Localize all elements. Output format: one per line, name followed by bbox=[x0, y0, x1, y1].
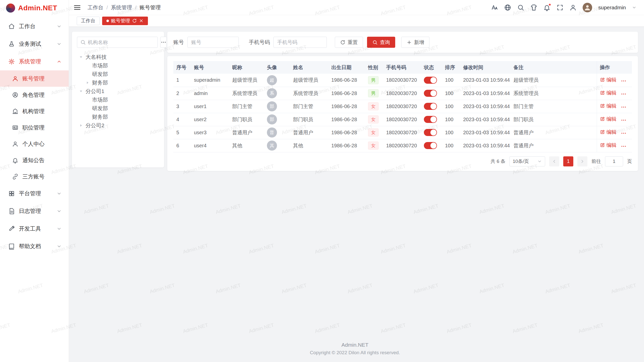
status-toggle[interactable] bbox=[424, 129, 437, 136]
org-search-field bbox=[77, 37, 158, 48]
sidebar-item-devtools[interactable]: 开发工具 bbox=[0, 220, 69, 238]
search-button[interactable]: 查询 bbox=[367, 37, 395, 48]
status-toggle[interactable] bbox=[424, 103, 437, 110]
search-icon[interactable] bbox=[517, 4, 524, 11]
cell-gender: 男 bbox=[365, 87, 383, 100]
profile-icon[interactable] bbox=[570, 4, 577, 11]
tree-node-label: 分公司1 bbox=[86, 88, 104, 95]
tree-node[interactable]: 大名科技 bbox=[77, 53, 159, 61]
row-more-button[interactable] bbox=[621, 143, 627, 149]
tree-node-label: 研发部 bbox=[92, 71, 108, 78]
edit-button[interactable]: 编辑 bbox=[600, 103, 617, 109]
avatar[interactable] bbox=[583, 3, 592, 12]
cards-row: 大名科技市场部研发部财务部分公司1市场部研发部财务部分公司2 账号 手机号码 重… bbox=[72, 32, 638, 171]
column-header: 备注 bbox=[510, 61, 597, 74]
edit-button[interactable]: 编辑 bbox=[600, 129, 617, 135]
phone-input[interactable] bbox=[273, 37, 327, 48]
account-input[interactable] bbox=[187, 37, 239, 48]
row-more-button[interactable] bbox=[621, 104, 627, 110]
goto-page-input[interactable] bbox=[605, 156, 623, 166]
cell-birth: 1986-06-28 bbox=[328, 74, 365, 87]
edit-button[interactable]: 编辑 bbox=[600, 76, 617, 83]
pagination: 共 6 条 10条/页 1 前 bbox=[173, 156, 632, 166]
sidebar-item-system[interactable]: 系统管理 bbox=[0, 53, 69, 70]
avatar: 部 bbox=[267, 101, 277, 111]
footer-brand: Admin.NET bbox=[72, 342, 638, 348]
sidebar-item-workbench[interactable]: 工作台 bbox=[0, 18, 69, 35]
tree-node[interactable]: 研发部 bbox=[77, 104, 159, 113]
caret-placeholder bbox=[86, 114, 92, 119]
tree-node[interactable]: 市场部 bbox=[77, 61, 159, 70]
edit-icon bbox=[600, 143, 605, 148]
status-toggle[interactable] bbox=[424, 116, 437, 123]
cell-status bbox=[421, 100, 442, 113]
tree-node-label: 市场部 bbox=[92, 62, 108, 69]
tree-node[interactable]: 分公司2 bbox=[77, 121, 159, 130]
username[interactable]: superadmin bbox=[598, 5, 626, 11]
sidebar-item-business-test[interactable]: 业务测试 bbox=[0, 35, 69, 53]
accounts-table-card: 序号账号昵称头像姓名出生日期性别手机号码状态排序修改时间备注操作 1 super… bbox=[167, 56, 638, 171]
cell-gender: 男 bbox=[365, 74, 383, 87]
next-page-button[interactable] bbox=[577, 156, 587, 166]
tab-bar: 工作台账号管理 bbox=[69, 15, 644, 27]
caret-down-icon[interactable] bbox=[79, 55, 86, 60]
tree-node[interactable]: 市场部 bbox=[77, 96, 159, 104]
fullscreen-icon[interactable] bbox=[556, 4, 564, 11]
sidebar-item-notice[interactable]: 通知公告 bbox=[0, 152, 69, 168]
sidebar-item-role[interactable]: 角色管理 bbox=[0, 87, 69, 103]
sidebar-item-logs[interactable]: 日志管理 bbox=[0, 202, 69, 220]
row-more-button[interactable] bbox=[621, 91, 627, 97]
prev-page-button[interactable] bbox=[549, 156, 559, 166]
chevron-right-icon bbox=[580, 159, 585, 164]
tree-more-button[interactable] bbox=[160, 37, 167, 48]
sidebar-item-label: 系统管理 bbox=[19, 58, 41, 65]
caret-right-icon[interactable] bbox=[79, 123, 86, 128]
tab-account[interactable]: 账号管理 bbox=[102, 17, 148, 25]
status-toggle[interactable] bbox=[424, 77, 437, 84]
cell-no: 5 bbox=[173, 126, 191, 139]
sidebar-item-thirdparty[interactable]: 三方账号 bbox=[0, 168, 69, 185]
font-size-icon[interactable] bbox=[491, 4, 498, 11]
sidebar-item-help[interactable]: 帮助文档 bbox=[0, 238, 69, 255]
refresh-icon[interactable] bbox=[132, 18, 137, 23]
add-button[interactable]: 新增 bbox=[401, 37, 429, 48]
edit-button[interactable]: 编辑 bbox=[600, 116, 617, 122]
reset-button[interactable]: 重置 bbox=[335, 37, 363, 48]
sidebar-item-label: 角色管理 bbox=[22, 91, 45, 99]
close-icon[interactable] bbox=[139, 18, 144, 23]
language-icon[interactable] bbox=[504, 4, 511, 11]
tree-node[interactable]: 财务部 bbox=[77, 113, 159, 121]
breadcrumb-item[interactable]: 系统管理 bbox=[111, 4, 132, 11]
status-toggle[interactable] bbox=[424, 90, 437, 97]
sidebar-item-account[interactable]: 账号管理 bbox=[0, 70, 69, 87]
notification-icon[interactable] bbox=[543, 4, 550, 11]
cell-modified: 2023-01-03 10:59:44 bbox=[460, 87, 510, 100]
edit-button[interactable]: 编辑 bbox=[600, 89, 617, 96]
row-more-button[interactable] bbox=[621, 78, 627, 84]
cell-modified: 2023-01-03 10:59:44 bbox=[460, 74, 510, 87]
theme-icon[interactable] bbox=[530, 4, 537, 11]
tree-node[interactable]: 分公司1 bbox=[77, 87, 159, 96]
sidebar-item-platform[interactable]: 平台管理 bbox=[0, 185, 69, 202]
page-size-select[interactable]: 10条/页 bbox=[509, 156, 545, 166]
row-more-button[interactable] bbox=[621, 130, 627, 136]
tree-node[interactable]: 研发部 bbox=[77, 70, 159, 78]
caret-right-icon[interactable] bbox=[86, 80, 92, 85]
column-header: 序号 bbox=[173, 61, 191, 74]
toggle-knob bbox=[430, 90, 436, 96]
status-toggle[interactable] bbox=[424, 142, 437, 149]
page-1-button[interactable]: 1 bbox=[563, 156, 573, 166]
org-search-input[interactable] bbox=[88, 39, 154, 45]
sidebar-item-position[interactable]: 职位管理 bbox=[0, 119, 69, 136]
tree-node[interactable]: 财务部 bbox=[77, 78, 159, 87]
sidebar-item-org[interactable]: 机构管理 bbox=[0, 103, 69, 119]
edit-button[interactable]: 编辑 bbox=[600, 142, 617, 149]
breadcrumb-item[interactable]: 工作台 bbox=[88, 4, 103, 11]
cell-account: user4 bbox=[191, 139, 229, 152]
sidebar-item-profile[interactable]: 个人中心 bbox=[0, 136, 69, 152]
caret-down-icon[interactable] bbox=[79, 89, 86, 94]
row-more-button[interactable] bbox=[621, 117, 627, 123]
hamburger-icon[interactable] bbox=[73, 4, 81, 11]
cell-status bbox=[421, 126, 442, 139]
tab-workbench[interactable]: 工作台 bbox=[77, 17, 100, 25]
